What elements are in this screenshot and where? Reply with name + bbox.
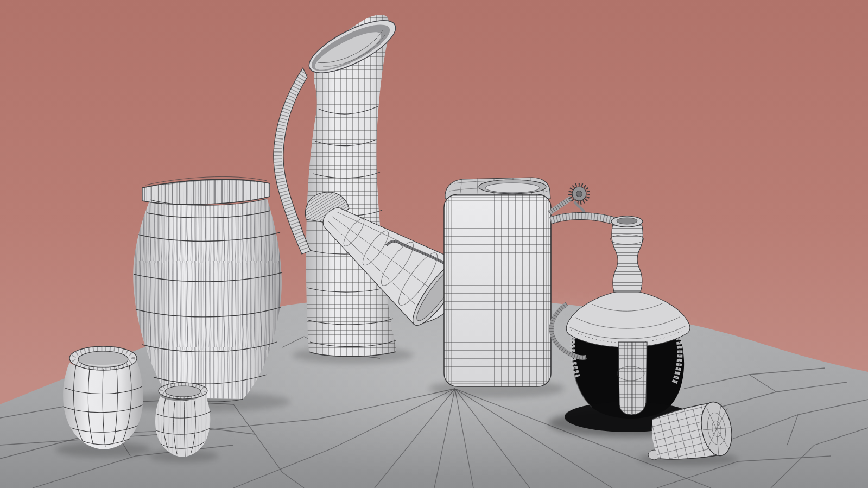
scene-canvas[interactable] <box>0 0 868 488</box>
flask-strap <box>616 339 650 418</box>
tiny-pot-opening <box>165 386 201 397</box>
canister-hole-inner <box>485 183 540 193</box>
small-pot[interactable] <box>63 346 143 449</box>
canister-grid <box>444 194 551 386</box>
crank-hub <box>576 191 582 197</box>
render-viewport[interactable] <box>0 0 868 488</box>
